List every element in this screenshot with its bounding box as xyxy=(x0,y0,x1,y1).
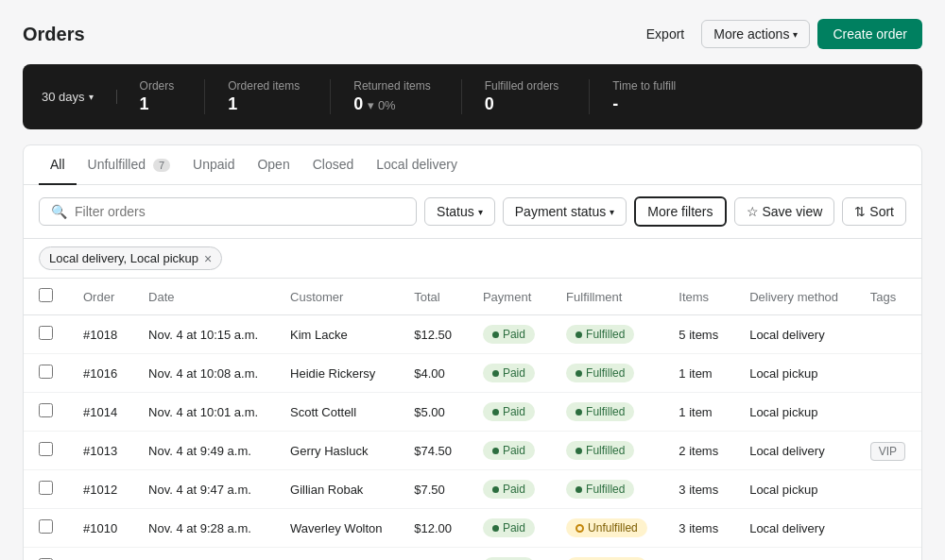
stat-time-to-fulfill: Time to fulfill - xyxy=(589,79,706,114)
order-customer[interactable]: Scott Cottell xyxy=(275,393,399,432)
search-input[interactable] xyxy=(75,204,404,219)
order-link[interactable]: #1016 xyxy=(83,366,117,381)
order-customer[interactable]: Gerry Hasluck xyxy=(275,432,399,470)
save-view-button[interactable]: ☆ Save view xyxy=(734,197,835,226)
order-delivery: Local pickup xyxy=(734,470,855,509)
sort-button[interactable]: ⇅ Sort xyxy=(842,197,906,226)
tab-closed[interactable]: Closed xyxy=(301,145,366,185)
payment-status-filter-button[interactable]: Payment status ▾ xyxy=(503,197,627,226)
col-date: Date xyxy=(133,279,275,315)
order-link[interactable]: #1012 xyxy=(83,483,117,497)
header-actions: Export More actions ▾ Create order xyxy=(637,19,922,49)
order-tags xyxy=(855,393,921,432)
payment-badge: Paid xyxy=(483,402,535,421)
table-header-row: Order Date Customer Total Payment Fulfil… xyxy=(24,279,921,315)
stat-period-selector[interactable]: 30 days ▾ xyxy=(42,90,117,104)
select-all-checkbox[interactable] xyxy=(39,288,53,302)
order-fulfillment: Fulfilled xyxy=(551,315,663,354)
status-filter-button[interactable]: Status ▾ xyxy=(424,197,495,226)
active-filter-tag: Local delivery, Local pickup × xyxy=(39,246,222,270)
order-items: 1 item xyxy=(663,548,734,561)
order-items: 3 items xyxy=(663,470,734,509)
table-row: #1010 Nov. 4 at 9:28 a.m. Waverley Wolto… xyxy=(24,509,921,548)
order-delivery: Local pickup xyxy=(734,393,855,432)
payment-badge: Paid xyxy=(483,364,535,382)
stats-bar: 30 days ▾ Orders 1 Ordered items 1 Retur… xyxy=(23,64,922,129)
order-items: 1 item xyxy=(663,354,734,393)
tab-open[interactable]: Open xyxy=(246,145,301,185)
order-link[interactable]: #1013 xyxy=(83,444,117,458)
stat-ordered-items: Ordered items 1 xyxy=(204,79,330,114)
order-tags xyxy=(855,509,921,548)
table-row: #1014 Nov. 4 at 10:01 a.m. Scott Cottell… xyxy=(24,393,921,432)
order-delivery: Local delivery xyxy=(734,315,855,354)
order-date: Nov. 4 at 10:15 a.m. xyxy=(133,315,275,354)
col-customer: Customer xyxy=(275,279,399,315)
order-link[interactable]: #1014 xyxy=(83,405,117,419)
fulfillment-badge: Fulfilled xyxy=(566,441,634,460)
order-payment: Paid xyxy=(468,354,551,393)
order-fulfillment: Fulfilled xyxy=(551,470,663,509)
row-checkbox[interactable] xyxy=(39,403,53,417)
row-checkbox[interactable] xyxy=(39,326,53,340)
table-row: #1013 Nov. 4 at 9:49 a.m. Gerry Hasluck … xyxy=(24,432,921,470)
filters-row: 🔍 Status ▾ Payment status ▾ More filters… xyxy=(24,185,921,239)
orders-tbody: #1018 Nov. 4 at 10:15 a.m. Kim Lacke $12… xyxy=(24,315,921,561)
tab-all[interactable]: All xyxy=(39,145,77,185)
more-actions-button[interactable]: More actions ▾ xyxy=(701,20,810,48)
fulfillment-badge: Fulfilled xyxy=(566,402,634,421)
order-customer[interactable]: Waverley Wolton xyxy=(275,509,399,548)
payment-badge: Paid xyxy=(483,518,535,537)
page-title: Orders xyxy=(23,24,85,45)
chevron-down-icon: ▾ xyxy=(89,92,94,102)
table-row: #1016 Nov. 4 at 10:08 a.m. Heidie Ricker… xyxy=(24,354,921,393)
order-link[interactable]: #1018 xyxy=(83,328,117,342)
row-checkbox[interactable] xyxy=(39,519,53,534)
tab-unfulfilled[interactable]: Unfulfilled 7 xyxy=(77,145,182,185)
order-date: Nov. 4 at 10:01 a.m. xyxy=(133,393,275,432)
order-fulfillment: Fulfilled xyxy=(551,432,663,470)
table-row: #1018 Nov. 4 at 10:15 a.m. Kim Lacke $12… xyxy=(24,315,921,354)
order-customer[interactable]: Kim Lacke xyxy=(275,315,399,354)
order-delivery: Local delivery xyxy=(734,432,855,470)
row-checkbox[interactable] xyxy=(39,481,53,495)
more-filters-button[interactable]: More filters xyxy=(634,196,726,227)
order-fulfillment: Fulfilled xyxy=(551,393,663,432)
tab-unpaid[interactable]: Unpaid xyxy=(181,145,246,185)
col-total: Total xyxy=(399,279,468,315)
export-button[interactable]: Export xyxy=(637,21,694,47)
order-tags xyxy=(855,470,921,509)
order-customer[interactable]: Gillian Robak xyxy=(275,470,399,509)
order-fulfillment: Unfulfilled xyxy=(551,509,663,548)
order-payment: Paid xyxy=(468,432,551,470)
order-items: 5 items xyxy=(663,315,734,354)
filter-tag-remove-button[interactable]: × xyxy=(204,252,212,265)
create-order-button[interactable]: Create order xyxy=(817,19,922,49)
order-date: Nov. 4 at 9:23 a.m. xyxy=(133,548,275,561)
row-checkbox[interactable] xyxy=(39,365,53,379)
content-card: All Unfulfilled 7 Unpaid Open Closed Loc… xyxy=(23,144,922,560)
col-payment: Payment xyxy=(468,279,551,315)
fulfillment-badge: Fulfilled xyxy=(566,325,634,344)
order-items: 1 item xyxy=(663,393,734,432)
order-date: Nov. 4 at 9:49 a.m. xyxy=(133,432,275,470)
payment-badge: Paid xyxy=(483,325,535,344)
order-customer[interactable]: Heidie Rickersy xyxy=(275,354,399,393)
fulfillment-badge: Fulfilled xyxy=(566,364,634,382)
chevron-down-icon: ▾ xyxy=(793,29,798,40)
order-link[interactable]: #1010 xyxy=(83,521,117,535)
order-delivery: Local delivery xyxy=(734,509,855,548)
chevron-down-icon: ▾ xyxy=(610,207,614,217)
payment-badge: Paid xyxy=(483,441,535,460)
orders-table-container: Order Date Customer Total Payment Fulfil… xyxy=(24,279,921,560)
stat-orders: Orders 1 xyxy=(140,79,205,114)
row-checkbox[interactable] xyxy=(39,442,53,456)
vip-tag: VIP xyxy=(870,442,905,461)
order-payment: Paid xyxy=(468,548,551,561)
tabs: All Unfulfilled 7 Unpaid Open Closed Loc… xyxy=(24,145,921,185)
tab-local-delivery[interactable]: Local delivery xyxy=(365,145,469,185)
order-customer[interactable]: Kayla Verrell xyxy=(275,548,399,561)
table-row: #1009 Nov. 4 at 9:23 a.m. Kayla Verrell … xyxy=(24,548,921,561)
col-items: Items xyxy=(663,279,734,315)
search-box[interactable]: 🔍 xyxy=(39,197,417,226)
